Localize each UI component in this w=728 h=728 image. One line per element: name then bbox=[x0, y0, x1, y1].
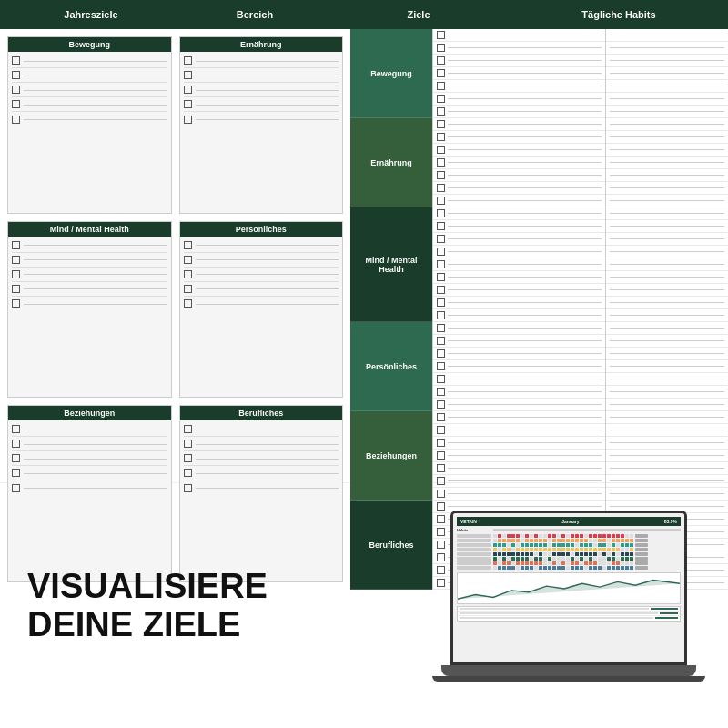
checkbox[interactable] bbox=[437, 426, 445, 434]
jahresziele-panel: Bewegung Ernährung bbox=[0, 29, 350, 590]
goal-row bbox=[184, 112, 339, 126]
checkbox[interactable] bbox=[12, 484, 20, 492]
checkbox[interactable] bbox=[184, 116, 192, 124]
ziele-row bbox=[433, 144, 605, 157]
checkbox[interactable] bbox=[437, 324, 445, 332]
checkbox[interactable] bbox=[437, 273, 445, 281]
goal-row bbox=[12, 253, 167, 268]
checkbox[interactable] bbox=[184, 86, 192, 94]
checkbox[interactable] bbox=[12, 270, 20, 278]
checkbox[interactable] bbox=[437, 375, 445, 383]
habits-row bbox=[606, 258, 728, 271]
checkbox[interactable] bbox=[184, 100, 192, 108]
checkbox[interactable] bbox=[437, 451, 445, 460]
checkbox[interactable] bbox=[437, 388, 445, 396]
checkbox[interactable] bbox=[12, 425, 20, 433]
checkbox[interactable] bbox=[437, 146, 445, 154]
checkbox[interactable] bbox=[12, 299, 20, 308]
ziele-row bbox=[433, 411, 605, 424]
ziele-row bbox=[433, 322, 605, 335]
checkbox[interactable] bbox=[437, 31, 445, 39]
checkbox[interactable] bbox=[437, 56, 445, 65]
goal-row bbox=[184, 297, 339, 311]
checkbox[interactable] bbox=[12, 285, 20, 293]
checkbox[interactable] bbox=[184, 285, 192, 293]
goal-card-header-beziehungen: Beziehungen bbox=[8, 406, 171, 420]
checkbox[interactable] bbox=[437, 311, 445, 319]
checkbox[interactable] bbox=[437, 107, 445, 116]
checkbox[interactable] bbox=[12, 71, 20, 79]
checkbox[interactable] bbox=[437, 349, 445, 358]
checkbox[interactable] bbox=[437, 120, 445, 128]
checkbox[interactable] bbox=[437, 464, 445, 472]
bereich-item-ernährung: Ernährung bbox=[350, 118, 432, 207]
checkbox[interactable] bbox=[437, 44, 445, 52]
checkbox[interactable] bbox=[184, 241, 192, 249]
screen-month: January bbox=[561, 519, 579, 524]
checkbox[interactable] bbox=[437, 260, 445, 268]
checkbox[interactable] bbox=[12, 440, 20, 448]
checkbox[interactable] bbox=[184, 469, 192, 477]
checkbox[interactable] bbox=[12, 241, 20, 249]
goal-row bbox=[12, 297, 167, 311]
habits-row bbox=[606, 157, 728, 169]
checkbox[interactable] bbox=[437, 197, 445, 205]
checkbox[interactable] bbox=[184, 299, 192, 308]
laptop-foot bbox=[432, 676, 705, 682]
checkbox[interactable] bbox=[437, 209, 445, 217]
goal-card-header-ernahrung: Ernährung bbox=[180, 37, 343, 52]
checkbox[interactable] bbox=[437, 69, 445, 77]
checkbox[interactable] bbox=[12, 116, 20, 124]
checkbox[interactable] bbox=[437, 235, 445, 243]
checkbox[interactable] bbox=[437, 133, 445, 141]
checkbox[interactable] bbox=[184, 425, 192, 433]
ziele-row bbox=[433, 309, 605, 322]
checkbox[interactable] bbox=[12, 454, 20, 462]
header-ziele: Ziele bbox=[328, 9, 510, 20]
checkbox[interactable] bbox=[437, 337, 445, 345]
habits-row bbox=[606, 169, 728, 182]
checkbox[interactable] bbox=[12, 100, 20, 108]
checkbox[interactable] bbox=[437, 477, 445, 485]
goal-card-ernahrung: Ernährung bbox=[179, 36, 344, 214]
checkbox[interactable] bbox=[437, 171, 445, 179]
checkbox[interactable] bbox=[12, 256, 20, 264]
checkbox[interactable] bbox=[184, 440, 192, 448]
checkbox[interactable] bbox=[184, 56, 192, 65]
goal-row bbox=[12, 282, 167, 297]
checkbox[interactable] bbox=[184, 270, 192, 278]
checkbox[interactable] bbox=[437, 400, 445, 409]
ziele-row bbox=[433, 335, 605, 348]
ziele-row bbox=[433, 246, 605, 258]
checkbox[interactable] bbox=[437, 82, 445, 90]
checkbox[interactable] bbox=[12, 56, 20, 65]
habits-row bbox=[606, 297, 728, 309]
checkbox[interactable] bbox=[184, 454, 192, 462]
checkbox[interactable] bbox=[437, 158, 445, 167]
checkbox[interactable] bbox=[184, 71, 192, 79]
checkbox[interactable] bbox=[12, 469, 20, 477]
ziele-row bbox=[433, 284, 605, 297]
goal-row bbox=[12, 68, 167, 83]
checkbox[interactable] bbox=[437, 95, 445, 103]
ziele-row bbox=[433, 233, 605, 246]
ziele-row bbox=[433, 488, 605, 500]
checkbox[interactable] bbox=[437, 248, 445, 256]
goal-card-mind: Mind / Mental Health bbox=[7, 221, 172, 399]
checkbox[interactable] bbox=[437, 362, 445, 370]
goal-row bbox=[184, 480, 339, 495]
checkbox[interactable] bbox=[437, 439, 445, 447]
habits-row bbox=[606, 80, 728, 93]
checkbox[interactable] bbox=[437, 222, 445, 230]
checkbox[interactable] bbox=[184, 256, 192, 264]
screen-header: VETAIN January 83.9% bbox=[457, 517, 681, 526]
laptop-screen: VETAIN January 83.9% Habits bbox=[450, 511, 687, 665]
checkbox[interactable] bbox=[437, 184, 445, 192]
checkbox[interactable] bbox=[437, 298, 445, 307]
checkbox[interactable] bbox=[184, 484, 192, 492]
checkbox[interactable] bbox=[437, 490, 445, 498]
goal-row bbox=[184, 268, 339, 282]
checkbox[interactable] bbox=[437, 286, 445, 294]
checkbox[interactable] bbox=[437, 413, 445, 421]
checkbox[interactable] bbox=[12, 86, 20, 94]
